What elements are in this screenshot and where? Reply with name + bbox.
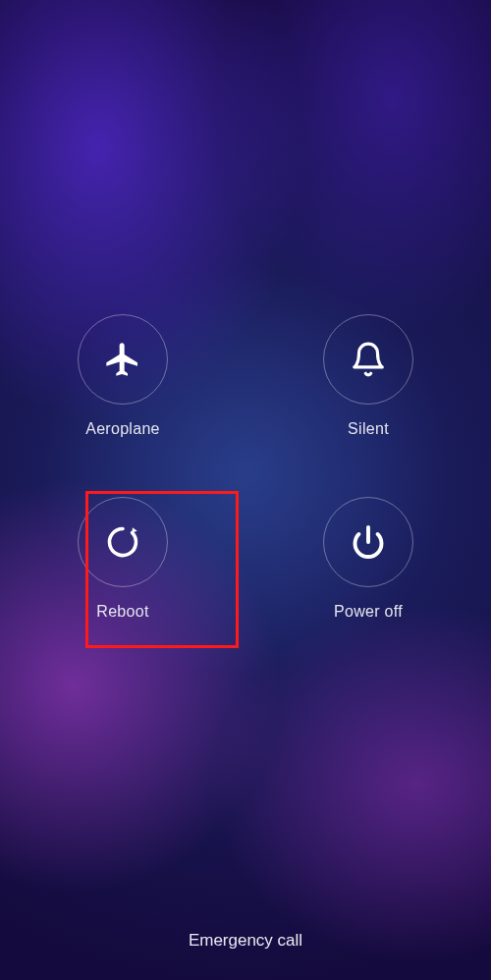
bell-icon [350,341,387,378]
power-icon [351,524,386,560]
aeroplane-mode-item: Aeroplane [49,314,196,438]
power-off-button[interactable] [323,497,413,587]
power-off-item: Power off [295,497,442,621]
airplane-icon [103,340,142,379]
reboot-label: Reboot [96,603,148,621]
reboot-button[interactable] [78,497,168,587]
emergency-call-link[interactable]: Emergency call [0,931,491,951]
silent-mode-label: Silent [348,420,389,438]
silent-mode-button[interactable] [323,314,413,405]
power-menu-grid: Aeroplane Silent Reboot [0,314,491,621]
power-off-label: Power off [334,603,403,621]
reboot-icon [105,524,140,560]
aeroplane-mode-button[interactable] [78,314,168,405]
reboot-item: Reboot [49,497,196,621]
aeroplane-mode-label: Aeroplane [85,420,160,438]
silent-mode-item: Silent [295,314,442,438]
